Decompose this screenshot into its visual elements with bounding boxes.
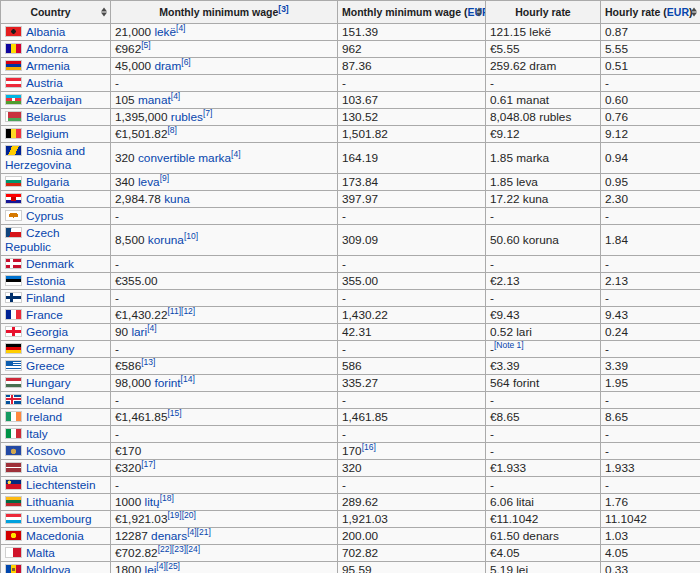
- country-link[interactable]: Georgia: [26, 325, 68, 339]
- hourly-rate-eur-cell: 0.33: [601, 562, 700, 573]
- cell-text: €1.933: [490, 461, 526, 475]
- hourly-rate-cell: 6.06 litai: [486, 494, 601, 511]
- ref-link[interactable]: [14]: [181, 375, 195, 385]
- cell-text: 45,000: [115, 59, 154, 73]
- country-link[interactable]: Latvia: [26, 461, 57, 475]
- currency-link[interactable]: lekë: [154, 25, 176, 39]
- monthly-wage-cell: €962[5]: [111, 41, 338, 58]
- ref-link[interactable]: [4]: [147, 324, 156, 334]
- ref-link[interactable]: [16]: [362, 443, 376, 453]
- country-link[interactable]: Azerbaijan: [26, 93, 82, 107]
- country-link[interactable]: Hungary: [26, 376, 71, 390]
- ref-link[interactable]: [15]: [167, 409, 181, 419]
- cell-text: 4.05: [605, 546, 628, 560]
- column-header-hourly-rate-eur[interactable]: Hourly rate (EUR): [601, 1, 700, 24]
- country-link[interactable]: Italy: [26, 427, 48, 441]
- country-link[interactable]: Cyprus: [26, 209, 63, 223]
- country-link[interactable]: Greece: [26, 359, 65, 373]
- cell-text: 200.00: [342, 529, 378, 543]
- ref-link[interactable]: [4]: [171, 92, 180, 102]
- monthly-wage-cell: -: [111, 341, 338, 358]
- cell-text: €1,921.03: [115, 512, 167, 526]
- currency-link[interactable]: convertible marka: [138, 151, 231, 165]
- currency-link[interactable]: rubles: [171, 110, 203, 124]
- country-link[interactable]: Ireland: [26, 410, 62, 424]
- column-header-monthly-wage-eur[interactable]: Monthly minimum wage (EUR): [338, 1, 486, 24]
- table-row: Bosnia and Herzegovina320 convertible ma…: [1, 143, 700, 174]
- country-link[interactable]: Kosovo: [26, 444, 65, 458]
- sort-icon[interactable]: [101, 8, 107, 17]
- country-link[interactable]: Iceland: [26, 393, 64, 407]
- sort-icon[interactable]: [691, 8, 697, 17]
- reference-sup: [3]: [278, 4, 288, 14]
- ref-link[interactable]: [4]: [176, 24, 185, 34]
- currency-link[interactable]: forint: [154, 376, 180, 390]
- ref-link[interactable]: [5]: [141, 41, 150, 51]
- albania-flag-icon: [5, 26, 22, 37]
- cell-text: 17.22 kuna: [490, 192, 548, 206]
- ref-link[interactable]: [4][25]: [156, 562, 180, 572]
- ref-link[interactable]: [17]: [141, 460, 155, 470]
- currency-link[interactable]: lari: [131, 325, 147, 339]
- country-link[interactable]: Albania: [26, 25, 65, 39]
- country-link[interactable]: France: [26, 308, 63, 322]
- currency-link[interactable]: litų: [145, 495, 160, 509]
- hourly-rate-eur-cell: 1.933: [601, 460, 700, 477]
- currency-link[interactable]: kuna: [164, 192, 190, 206]
- country-link[interactable]: Malta: [26, 546, 55, 560]
- ref-link[interactable]: [Note 1]: [494, 341, 524, 351]
- country-link[interactable]: Luxembourg: [26, 512, 92, 526]
- currency-link[interactable]: dram: [154, 59, 181, 73]
- country-link[interactable]: Belarus: [26, 110, 66, 124]
- currency-link[interactable]: koruna: [148, 233, 184, 247]
- column-header-country[interactable]: Country: [1, 1, 111, 24]
- ref-link[interactable]: [22][23][24]: [158, 545, 201, 555]
- currency-link[interactable]: manat: [138, 93, 171, 107]
- country-link[interactable]: Macedonia: [26, 529, 84, 543]
- ref-link[interactable]: [10]: [184, 231, 198, 241]
- hourly-rate-eur-cell: 4.05: [601, 545, 700, 562]
- ref-link[interactable]: [18]: [160, 494, 174, 504]
- currency-link[interactable]: denars: [151, 529, 187, 543]
- monthly-wage-eur-cell: 173.84: [338, 174, 486, 191]
- ref-link[interactable]: [4]: [231, 149, 240, 159]
- hourly-rate-cell: €11.1042: [486, 511, 601, 528]
- denmark-flag-icon: [5, 258, 22, 269]
- country-link[interactable]: Andorra: [26, 42, 68, 56]
- sort-icon[interactable]: [476, 8, 482, 17]
- hourly-rate-eur-cell: -: [601, 426, 700, 443]
- ref-link[interactable]: [19][20]: [167, 511, 195, 521]
- country-link[interactable]: Denmark: [26, 257, 74, 271]
- eur-link[interactable]: EUR: [667, 6, 689, 18]
- currency-link[interactable]: lei: [145, 563, 157, 573]
- country-link[interactable]: Estonia: [26, 274, 65, 288]
- country-link[interactable]: Armenia: [26, 59, 70, 73]
- country-link[interactable]: Croatia: [26, 192, 64, 206]
- monthly-wage-cell: €1,921.03[19][20]: [111, 511, 338, 528]
- ref-link[interactable]: [13]: [141, 358, 155, 368]
- ref-link[interactable]: [11][12]: [167, 307, 195, 317]
- country-link[interactable]: Liechtenstein: [26, 478, 96, 492]
- country-link[interactable]: Germany: [26, 342, 75, 356]
- cell-text: 1.85 marka: [490, 151, 549, 165]
- hourly-rate-cell: 0.52 lari: [486, 324, 601, 341]
- hourly-rate-eur-cell: -: [601, 256, 700, 273]
- country-link[interactable]: Moldova: [26, 563, 71, 573]
- country-link[interactable]: Finland: [26, 291, 65, 305]
- country-link[interactable]: Belgium: [26, 127, 69, 141]
- ref-link[interactable]: [8]: [167, 126, 176, 136]
- ireland-flag-icon: [5, 411, 22, 422]
- monthly-wage-eur-cell: -: [338, 392, 486, 409]
- table-row: Hungary98,000 forint[14]335.27564 forint…: [1, 375, 700, 392]
- currency-link[interactable]: leva: [138, 175, 160, 189]
- ref-link[interactable]: [6]: [181, 58, 190, 68]
- cell-text: -: [342, 209, 346, 223]
- country-link[interactable]: Lithuania: [26, 495, 74, 509]
- ref-link[interactable]: [4][21]: [187, 528, 211, 538]
- ref-link[interactable]: [3]: [278, 4, 288, 14]
- country-link[interactable]: Bulgaria: [26, 175, 69, 189]
- ref-link[interactable]: [9]: [160, 174, 169, 184]
- ref-link[interactable]: [7]: [203, 109, 212, 119]
- country-link[interactable]: Austria: [26, 76, 63, 90]
- cell-text: 320: [115, 151, 138, 165]
